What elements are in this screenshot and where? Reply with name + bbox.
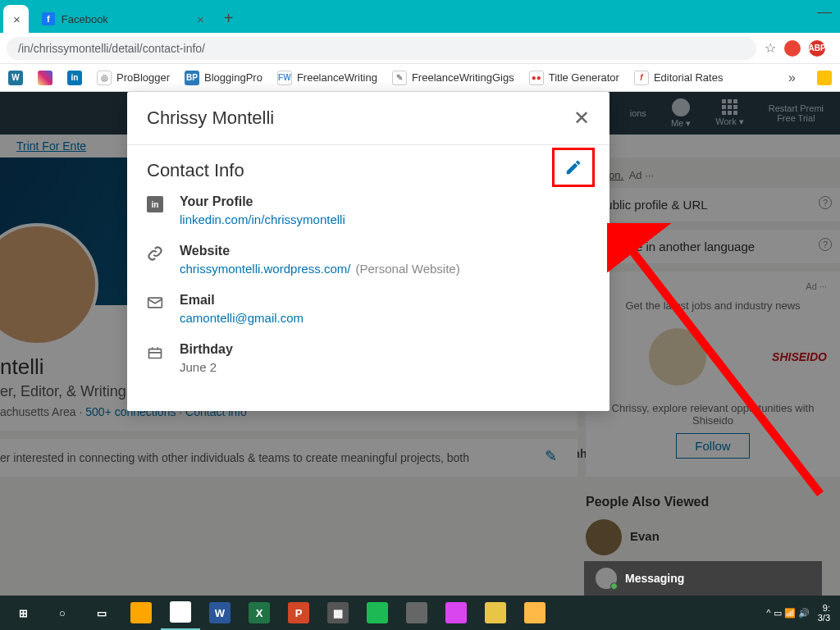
facebook-icon: f	[42, 12, 55, 25]
info-label: Birthday	[180, 342, 233, 357]
bookmark-star-icon[interactable]: ☆	[765, 40, 776, 56]
taskbar-app-2[interactable]: ▭	[82, 596, 121, 630]
taskbar-app-1[interactable]: ○	[43, 596, 82, 630]
close-button[interactable]: ✕	[573, 107, 590, 130]
instagram-icon	[38, 71, 52, 85]
online-status-icon	[610, 582, 618, 590]
info-row-birthday: Birthday June 2	[147, 342, 590, 375]
taskbar-app-12[interactable]	[476, 596, 515, 630]
svg-text:in: in	[152, 200, 159, 209]
browser-tab-facebook[interactable]: f Facebook ×	[32, 5, 212, 33]
modal-title: Chrissy Montelli	[147, 107, 274, 129]
taskbar-app-7[interactable]: P	[279, 596, 318, 630]
windows-taskbar: ⊞○▭WXP▦ ^ ▭ 📶 🔊 9:3/3	[0, 596, 840, 630]
app-icon	[170, 601, 191, 623]
bookmark-linkedin[interactable]: in	[67, 71, 82, 85]
bookmark-editorial[interactable]: fEditorial Rates	[634, 71, 724, 85]
info-label: Your Profile	[180, 194, 345, 209]
system-tray[interactable]: ^ ▭ 📶 🔊 9:3/3	[766, 603, 837, 623]
taskbar-app-13[interactable]	[515, 596, 555, 630]
app-icon: ▭	[91, 602, 112, 623]
bookmark-problogger[interactable]: ◎ProBlogger	[97, 71, 170, 85]
app-icon	[367, 602, 388, 623]
bookmark-bloggingpro[interactable]: BPBloggingPro	[185, 71, 262, 85]
taskbar-app-0[interactable]: ⊞	[3, 596, 43, 630]
app-icon: ○	[52, 602, 73, 623]
bookmark-titlegen[interactable]: ●●Title Generator	[529, 71, 619, 85]
birthday-icon	[147, 342, 165, 375]
extension-abp-icon[interactable]: ABP	[809, 40, 825, 57]
bookmark-folder-icon[interactable]	[817, 71, 832, 85]
taskbar-app-5[interactable]: W	[200, 596, 240, 630]
tab-close-icon[interactable]: ×	[197, 12, 204, 26]
info-value[interactable]: chrissymontelli.wordpress.com/	[180, 262, 350, 276]
window-minimize-button[interactable]: —	[817, 3, 832, 21]
app-icon: W	[209, 602, 231, 623]
taskbar-app-4[interactable]	[161, 596, 200, 630]
contact-info-heading: Contact Info	[147, 160, 590, 181]
messaging-avatar-icon	[596, 568, 617, 589]
linkedin-page: ions Me ▾ Work ▾ Restart Premi Free Tria…	[0, 92, 840, 596]
clock[interactable]: 9:3/3	[818, 603, 830, 623]
wordpress-icon: W	[8, 71, 23, 85]
info-value[interactable]: linkedin.com/in/chrissymontelli	[180, 212, 345, 226]
url-input[interactable]: /in/chrissymontelli/detail/contact-info/	[7, 37, 756, 60]
app-icon	[130, 602, 152, 623]
app-icon	[524, 602, 546, 623]
app-icon	[406, 602, 427, 623]
messaging-panel[interactable]: Messaging	[584, 561, 822, 596]
annotation-highlight	[552, 148, 595, 187]
bookmark-instagram[interactable]	[38, 71, 52, 85]
extension-icon[interactable]	[784, 40, 801, 57]
info-label: Email	[180, 293, 304, 308]
tray-icons[interactable]: ^ ▭ 📶 🔊	[766, 608, 809, 619]
bookmark-fwgigs[interactable]: ✎FreelanceWritingGigs	[392, 71, 514, 85]
new-tab-button[interactable]: +	[224, 9, 234, 28]
info-row-linkedin: in Your Profile linkedin.com/in/chrissym…	[147, 194, 590, 227]
app-icon: X	[249, 602, 270, 623]
info-row-link: Website chrissymontelli.wordpress.com/(P…	[147, 244, 590, 276]
taskbar-app-11[interactable]	[436, 596, 476, 630]
taskbar-app-10[interactable]	[397, 596, 436, 630]
link-icon	[147, 244, 165, 276]
taskbar-app-8[interactable]: ▦	[318, 596, 358, 630]
app-icon: P	[288, 602, 309, 623]
taskbar-app-3[interactable]	[121, 596, 161, 630]
app-icon	[445, 602, 467, 623]
bloggingpro-icon: BP	[185, 71, 199, 85]
browser-tab-strip: × f Facebook × + —	[0, 0, 840, 33]
problogger-icon: ◎	[97, 71, 112, 85]
info-value[interactable]: camontelli@gmail.com	[180, 311, 304, 325]
titlegen-icon: ●●	[529, 71, 544, 85]
bookmark-freelancewriting[interactable]: FWFreelanceWriting	[277, 71, 377, 85]
bookmarks-overflow[interactable]: »	[788, 71, 796, 85]
contact-info-modal: Chrissy Montelli ✕ Contact Info in Your …	[127, 92, 609, 411]
svg-rect-3	[149, 349, 162, 358]
tab-title: Facebook	[62, 13, 108, 25]
app-icon: ⊞	[12, 602, 34, 623]
info-row-email: Email camontelli@gmail.com	[147, 293, 590, 326]
editorial-icon: f	[634, 71, 649, 85]
taskbar-app-9[interactable]	[358, 596, 397, 630]
url-bar: /in/chrissymontelli/detail/contact-info/…	[0, 33, 840, 64]
app-icon	[485, 602, 506, 623]
fwgigs-icon: ✎	[392, 71, 407, 85]
fw-icon: FW	[277, 71, 292, 85]
linkedin-icon: in	[147, 194, 165, 227]
tab-close-icon[interactable]: ×	[13, 12, 21, 26]
taskbar-app-6[interactable]: X	[240, 596, 279, 630]
info-label: Website	[180, 244, 460, 258]
app-icon: ▦	[327, 602, 349, 623]
linkedin-icon: in	[67, 71, 82, 85]
browser-tab-current[interactable]: ×	[3, 5, 29, 33]
bookmark-wordpress[interactable]: W	[8, 71, 23, 85]
info-note: (Personal Website)	[355, 262, 459, 276]
info-value: June 2	[180, 360, 217, 374]
bookmarks-bar: W in ◎ProBlogger BPBloggingPro FWFreelan…	[0, 64, 840, 92]
email-icon	[147, 293, 165, 326]
